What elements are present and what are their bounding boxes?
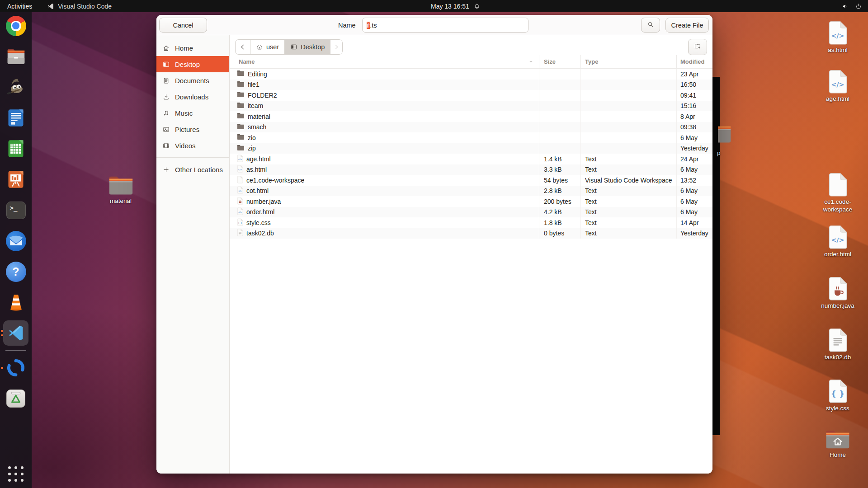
sidebar-item-videos[interactable]: Videos [156, 137, 229, 154]
desktop-icon-material[interactable]: material [98, 175, 143, 205]
dock-item-updater[interactable] [5, 357, 27, 379]
file-row[interactable]: file116:50 [230, 80, 712, 90]
sidebar-item-music[interactable]: Music [156, 105, 229, 121]
cell-type: Text [580, 154, 676, 164]
dock-item-terminal[interactable]: >_ [5, 199, 27, 221]
column-header-type[interactable]: Type [580, 55, 676, 68]
desktop-icon-label: order.html [824, 251, 851, 258]
column-header-size[interactable]: Size [539, 55, 580, 68]
file-row[interactable]: task02.db0 bytesTextYesterday [230, 228, 712, 239]
system-status-menu[interactable] [842, 0, 862, 12]
sidebar-item-pictures[interactable]: Pictures [156, 121, 229, 137]
activities-button[interactable]: Activities [7, 3, 32, 10]
dialog-body: HomeDesktopDocumentsDownloadsMusicPictur… [156, 35, 712, 474]
folder-icon [237, 134, 245, 141]
desktop-icon-label: task02.db [825, 354, 851, 361]
create-file-button[interactable]: Create File [665, 18, 709, 33]
file-row[interactable]: Editing23 Apr [230, 69, 712, 80]
file-name: ce1.code-workspace [246, 177, 304, 184]
file-name: FOLDER2 [248, 92, 277, 99]
vscode-icon [47, 3, 54, 10]
desktop-icon-ce1-code-workspace[interactable]: ce1.code-workspace [815, 172, 860, 214]
dock-item-chrome[interactable] [5, 15, 27, 37]
desktop-icon-label: Home [830, 451, 846, 459]
cell-name: zio [230, 134, 539, 141]
filename-rest-text: .ts [370, 22, 377, 29]
cancel-button[interactable]: Cancel [159, 18, 207, 33]
file-row[interactable]: iteam15:16 [230, 101, 712, 112]
cell-name: ce1.code-workspace [230, 176, 539, 185]
videos-icon [162, 142, 170, 150]
clock-menu[interactable]: May 13 16:51 [431, 0, 481, 12]
desktop-icon-order-html[interactable]: </>order.html [815, 225, 860, 258]
dock-item-writer[interactable] [5, 107, 27, 129]
column-header-modified[interactable]: Modified [676, 55, 712, 68]
sidebar-item-other-locations[interactable]: Other Locations [156, 161, 229, 178]
file-row[interactable]: ce1.code-workspace54 bytesVisual Studio … [230, 175, 712, 186]
breadcrumb-desktop[interactable]: Desktop [284, 40, 330, 54]
file-row[interactable]: </>order.html4.2 kBText6 May [230, 207, 712, 218]
search-button[interactable] [641, 18, 660, 33]
desktop-icon-partial-folder[interactable] [718, 123, 732, 147]
desktop-icon-as-html[interactable]: </>as.html [815, 20, 860, 54]
cell-modified: 8 Apr [676, 111, 712, 122]
svg-text:</>: </> [831, 236, 844, 244]
file-icon: </> [237, 207, 243, 216]
dock-item-vlc[interactable] [5, 291, 27, 313]
file-row[interactable]: number.java200 bytesText6 May [230, 196, 712, 207]
desktop-icon-home[interactable]: Home [815, 429, 860, 459]
breadcrumb-user[interactable]: user [250, 40, 284, 54]
dock-item-help[interactable]: ? [5, 261, 27, 282]
file-name: number.java [246, 198, 281, 205]
file-row[interactable]: material8 Apr [230, 111, 712, 122]
dock-item-thunderbird[interactable] [5, 230, 27, 252]
file-name: task02.db [246, 230, 274, 237]
filename-input[interactable]: if.ts [362, 18, 528, 33]
file-row[interactable]: smach09:38 [230, 122, 712, 133]
app-grid-button[interactable] [8, 466, 24, 482]
desktop-icon-task02-db[interactable]: task02.db [815, 328, 860, 361]
cell-size: 200 bytes [539, 196, 580, 207]
dock-item-vscode[interactable] [5, 322, 27, 344]
dock-item-files[interactable] [5, 46, 27, 67]
file-row[interactable]: </>cot.html2.8 kBText6 May [230, 186, 712, 197]
power-icon [855, 3, 862, 10]
desktop-icon-age-html[interactable]: </>age.html [815, 69, 860, 103]
file-row[interactable]: { }style.css1.8 kBText14 Apr [230, 217, 712, 228]
cell-size: 1.8 kB [539, 217, 580, 228]
cell-name: number.java [230, 197, 539, 206]
file-name: style.css [246, 219, 271, 226]
desktop-icon-number-java[interactable]: number.java [815, 276, 860, 310]
cell-size [539, 143, 580, 154]
focused-app-menu[interactable]: Visual Studio Code [47, 3, 112, 10]
documents-icon [162, 77, 170, 84]
dock-item-calc[interactable] [5, 138, 27, 160]
file-row[interactable]: </>as.html3.3 kBText6 May [230, 164, 712, 175]
cell-size [539, 132, 580, 143]
column-header-name[interactable]: Name [230, 55, 539, 68]
desktop-icon-style-css[interactable]: { }style.css [815, 379, 860, 413]
focused-app-title: Visual Studio Code [58, 3, 112, 10]
file-row[interactable]: zio6 May [230, 132, 712, 143]
file-row[interactable]: </>age.html1.4 kBText24 Apr [230, 154, 712, 164]
home-icon [256, 43, 263, 51]
cell-size [539, 80, 580, 90]
dock-item-gimp[interactable] [5, 76, 27, 98]
sidebar-item-documents[interactable]: Documents [156, 72, 229, 89]
sidebar-item-home[interactable]: Home [156, 40, 229, 56]
sidebar-item-downloads[interactable]: Downloads [156, 89, 229, 105]
new-folder-button[interactable] [688, 39, 707, 55]
dock-item-impress[interactable] [5, 169, 27, 190]
sidebar-item-label: Pictures [175, 126, 199, 133]
file-row[interactable]: FOLDER209:41 [230, 90, 712, 101]
sidebar-item-desktop[interactable]: Desktop [156, 56, 229, 72]
desktop-icon [162, 61, 170, 68]
breadcrumb-label: Desktop [301, 43, 325, 51]
dock-item-trash[interactable] [5, 388, 27, 409]
cell-name: { }style.css [230, 218, 539, 227]
folder-icon [237, 91, 245, 99]
file-row[interactable]: zipYesterday [230, 143, 712, 154]
back-button[interactable] [236, 40, 250, 54]
chevron-right-icon[interactable] [330, 40, 342, 54]
clock-label: May 13 16:51 [431, 3, 469, 10]
